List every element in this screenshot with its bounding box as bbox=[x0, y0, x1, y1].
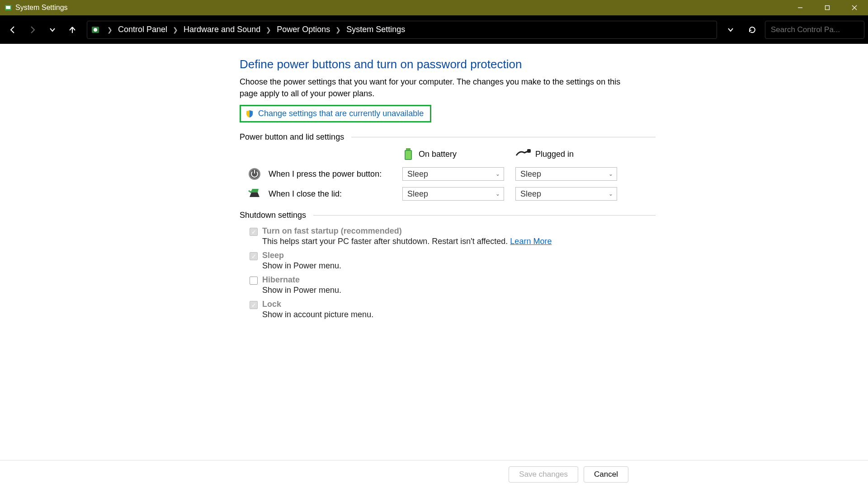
minimize-button[interactable] bbox=[787, 0, 814, 15]
maximize-button[interactable] bbox=[814, 0, 841, 15]
section-header: Power button and lid settings bbox=[240, 132, 656, 142]
address-dropdown-button[interactable] bbox=[722, 21, 740, 39]
fast-startup-checkbox-row: ✓ Turn on fast startup (recommended) Thi… bbox=[250, 226, 656, 246]
window-title: System Settings bbox=[15, 4, 68, 12]
app-icon bbox=[5, 4, 12, 11]
power-button-plugged-dropdown[interactable]: Sleep⌄ bbox=[515, 167, 617, 181]
svg-rect-3 bbox=[826, 6, 830, 10]
hibernate-checkbox[interactable] bbox=[250, 277, 258, 285]
sleep-checkbox[interactable]: ✓ bbox=[250, 252, 258, 260]
close-lid-battery-dropdown[interactable]: Sleep⌄ bbox=[402, 187, 504, 201]
breadcrumb-item[interactable]: Control Panel bbox=[117, 25, 168, 34]
chevron-right-icon: ❯ bbox=[168, 26, 183, 33]
battery-icon bbox=[402, 147, 414, 161]
svg-point-7 bbox=[94, 28, 97, 32]
breadcrumb-item[interactable]: Power Options bbox=[276, 25, 331, 34]
power-button-row: When I press the power button: Sleep⌄ Sl… bbox=[240, 167, 656, 181]
breadcrumb-item[interactable]: Hardware and Sound bbox=[183, 25, 261, 34]
chevron-right-icon: ❯ bbox=[103, 26, 117, 33]
nav-bar: ❯ Control Panel ❯ Hardware and Sound ❯ P… bbox=[0, 15, 868, 44]
column-label: On battery bbox=[419, 150, 457, 159]
checkbox-title: Hibernate bbox=[262, 275, 341, 285]
laptop-lid-icon bbox=[248, 187, 261, 201]
close-lid-plugged-dropdown[interactable]: Sleep⌄ bbox=[515, 187, 617, 201]
row-label: When I close the lid: bbox=[269, 189, 402, 199]
hibernate-checkbox-row: Hibernate Show in Power menu. bbox=[250, 275, 656, 295]
change-settings-link[interactable]: Change settings that are currently unava… bbox=[240, 105, 431, 122]
chevron-right-icon: ❯ bbox=[261, 26, 276, 33]
fast-startup-checkbox[interactable]: ✓ bbox=[250, 228, 258, 236]
breadcrumb-item[interactable]: System Settings bbox=[345, 25, 406, 34]
learn-more-link[interactable]: Learn More bbox=[510, 237, 552, 246]
checkbox-desc: Show in Power menu. bbox=[262, 261, 341, 271]
up-button[interactable] bbox=[63, 21, 81, 39]
column-label: Plugged in bbox=[535, 150, 574, 159]
chevron-down-icon: ⌄ bbox=[495, 191, 500, 197]
svg-rect-13 bbox=[527, 149, 531, 153]
svg-rect-12 bbox=[406, 151, 411, 159]
back-button[interactable] bbox=[4, 21, 22, 39]
checkbox-desc: Show in account picture menu. bbox=[262, 310, 373, 319]
column-plugged-in: Plugged in bbox=[515, 149, 628, 159]
chevron-down-icon: ⌄ bbox=[609, 171, 613, 177]
section-header: Shutdown settings bbox=[240, 211, 656, 220]
column-on-battery: On battery bbox=[402, 147, 515, 161]
lock-checkbox[interactable]: ✓ bbox=[250, 301, 258, 309]
address-bar[interactable]: ❯ Control Panel ❯ Hardware and Sound ❯ P… bbox=[87, 21, 717, 39]
chevron-down-icon: ⌄ bbox=[495, 171, 500, 177]
search-box[interactable] bbox=[765, 21, 864, 39]
svg-rect-1 bbox=[6, 6, 10, 9]
close-button[interactable] bbox=[841, 0, 868, 15]
svg-rect-10 bbox=[406, 148, 410, 150]
checkbox-title: Turn on fast startup (recommended) bbox=[262, 226, 552, 236]
refresh-button[interactable] bbox=[743, 21, 761, 39]
section-title: Power button and lid settings bbox=[240, 132, 344, 142]
row-label: When I press the power button: bbox=[269, 169, 402, 179]
title-bar: System Settings bbox=[0, 0, 868, 15]
page-title: Define power buttons and turn on passwor… bbox=[240, 57, 656, 71]
search-input[interactable] bbox=[771, 25, 867, 34]
change-settings-label: Change settings that are currently unava… bbox=[258, 109, 424, 118]
shield-icon bbox=[245, 110, 254, 118]
page-description: Choose the power settings that you want … bbox=[240, 76, 633, 99]
plug-icon bbox=[515, 149, 531, 159]
chevron-down-icon: ⌄ bbox=[609, 191, 613, 197]
power-button-battery-dropdown[interactable]: Sleep⌄ bbox=[402, 167, 504, 181]
chevron-right-icon: ❯ bbox=[331, 26, 345, 33]
content-area: Define power buttons and turn on passwor… bbox=[0, 44, 868, 460]
checkbox-title: Sleep bbox=[262, 251, 341, 260]
cancel-button[interactable]: Cancel bbox=[584, 466, 628, 483]
save-changes-button[interactable]: Save changes bbox=[509, 466, 578, 483]
recent-dropdown-button[interactable] bbox=[43, 21, 61, 39]
checkbox-desc: Show in Power menu. bbox=[262, 286, 341, 295]
close-lid-row: When I close the lid: Sleep⌄ Sleep⌄ bbox=[240, 187, 656, 201]
checkbox-desc: This helps start your PC faster after sh… bbox=[262, 237, 552, 246]
checkbox-title: Lock bbox=[262, 300, 373, 309]
sleep-checkbox-row: ✓ Sleep Show in Power menu. bbox=[250, 251, 656, 271]
footer-bar: Save changes Cancel bbox=[0, 460, 868, 488]
forward-button[interactable] bbox=[24, 21, 42, 39]
section-title: Shutdown settings bbox=[240, 211, 306, 220]
lock-checkbox-row: ✓ Lock Show in account picture menu. bbox=[250, 300, 656, 319]
power-button-icon bbox=[248, 167, 261, 181]
control-panel-icon bbox=[91, 25, 100, 34]
